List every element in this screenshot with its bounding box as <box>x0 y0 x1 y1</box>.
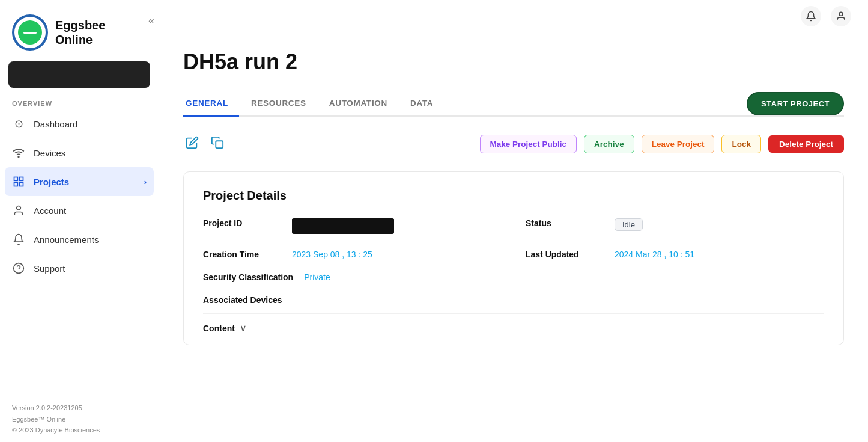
sidebar-item-label-account: Account <box>34 206 66 216</box>
archive-button[interactable]: Archive <box>584 135 634 153</box>
project-details-card: Project Details Project ID Status Idle C… <box>183 171 844 345</box>
creation-time-label: Creation Time <box>203 250 281 259</box>
project-id-redacted <box>292 218 394 234</box>
footer-copyright: © 2023 Dynacyte Biosciences <box>12 425 147 436</box>
sidebar-item-devices[interactable]: Devices <box>0 138 159 167</box>
sidebar-footer: Version 2.0.2-20231205 Eggsbee™ Online ©… <box>0 393 159 442</box>
svg-rect-1 <box>14 177 18 181</box>
security-label: Security Classification <box>203 272 293 282</box>
lock-button[interactable]: Lock <box>721 135 761 153</box>
sidebar-section-label: OVERVIEW <box>0 96 159 109</box>
last-updated-value: 2024 Mar 28 , 10 : 51 <box>615 250 694 259</box>
last-updated-label: Last Updated <box>526 250 604 259</box>
tab-data[interactable]: DATA <box>408 93 444 117</box>
project-id-value <box>292 218 394 236</box>
sidebar-item-label-devices: Devices <box>34 148 65 158</box>
svg-rect-10 <box>216 141 223 148</box>
sidebar-item-projects[interactable]: Projects › <box>5 167 154 196</box>
topbar <box>159 0 868 32</box>
logo-line <box>23 32 37 34</box>
projects-chevron-icon: › <box>144 177 147 186</box>
content-row: Content ∨ <box>203 313 824 334</box>
make-public-button[interactable]: Make Project Public <box>480 135 577 153</box>
project-id-label: Project ID <box>203 218 281 228</box>
svg-rect-3 <box>14 183 18 186</box>
logo-area: EggsbeeOnline <box>0 0 159 61</box>
svg-point-0 <box>18 156 19 158</box>
edit-button[interactable] <box>183 134 201 155</box>
account-icon <box>12 204 25 217</box>
tab-resources[interactable]: RESOURCES <box>249 93 317 117</box>
support-icon <box>12 262 25 275</box>
announcements-icon <box>12 233 25 246</box>
logo-icon <box>12 14 48 51</box>
sidebar-item-dashboard[interactable]: ⊙ Dashboard <box>0 109 159 138</box>
sidebar-item-label-projects: Projects <box>34 177 69 187</box>
tabs-row: GENERAL RESOURCES AUTOMATION DATA START … <box>183 91 844 117</box>
svg-point-9 <box>839 12 843 16</box>
notifications-button[interactable] <box>801 6 821 26</box>
sidebar-search-box <box>8 61 150 88</box>
detail-row-creation-time: Creation Time 2023 Sep 08 , 13 : 25 <box>203 250 502 259</box>
associated-devices-row: Associated Devices <box>203 295 824 305</box>
status-badge: Idle <box>615 218 643 231</box>
projects-icon <box>12 175 25 188</box>
status-label: Status <box>526 218 604 228</box>
copy-button[interactable] <box>208 134 226 155</box>
logo-text: EggsbeeOnline <box>55 18 105 47</box>
associated-devices-label: Associated Devices <box>203 295 282 305</box>
main-inner: DH5a run 2 GENERAL RESOURCES AUTOMATION … <box>159 32 868 369</box>
sidebar-item-label-announcements: Announcements <box>34 235 99 245</box>
sidebar-item-support[interactable]: Support <box>0 254 159 283</box>
sidebar-item-label-support: Support <box>34 263 65 274</box>
sidebar-item-label-dashboard: Dashboard <box>34 119 77 129</box>
start-project-button[interactable]: START PROJECT <box>747 92 844 115</box>
devices-icon <box>12 146 25 159</box>
user-profile-button[interactable] <box>831 6 851 26</box>
sidebar: « EggsbeeOnline OVERVIEW ⊙ Dashboard Dev… <box>0 0 159 442</box>
tab-automation[interactable]: AUTOMATION <box>327 93 398 117</box>
leave-project-button[interactable]: Leave Project <box>642 135 715 153</box>
detail-grid: Project ID Status Idle Creation Time 202… <box>203 218 824 282</box>
footer-version: Version 2.0.2-20231205 <box>12 402 147 414</box>
creation-time-value: 2023 Sep 08 , 13 : 25 <box>292 250 372 259</box>
footer-app: Eggsbee™ Online <box>12 414 147 425</box>
detail-row-last-updated: Last Updated 2024 Mar 28 , 10 : 51 <box>526 250 824 259</box>
detail-row-status: Status Idle <box>526 218 824 236</box>
page-title: DH5a run 2 <box>183 49 844 75</box>
detail-row-project-id: Project ID <box>203 218 502 236</box>
dashboard-icon: ⊙ <box>12 117 25 130</box>
svg-rect-2 <box>20 177 23 181</box>
content-label: Content <box>203 324 235 333</box>
project-details-title: Project Details <box>203 189 824 203</box>
main-content: DH5a run 2 GENERAL RESOURCES AUTOMATION … <box>159 0 868 442</box>
svg-point-5 <box>17 206 21 210</box>
security-value: Private <box>304 272 330 282</box>
detail-row-associated-devices: Associated Devices <box>203 295 824 305</box>
tab-general[interactable]: GENERAL <box>183 93 239 117</box>
detail-row-security: Security Classification Private <box>203 272 502 282</box>
sidebar-item-announcements[interactable]: Announcements <box>0 225 159 254</box>
content-chevron-icon[interactable]: ∨ <box>240 322 247 334</box>
sidebar-item-account[interactable]: Account <box>0 196 159 225</box>
collapse-sidebar-button[interactable]: « <box>144 12 159 29</box>
actions-row: Make Project Public Archive Leave Projec… <box>183 134 844 155</box>
delete-project-button[interactable]: Delete Project <box>768 135 844 153</box>
svg-rect-4 <box>20 183 23 186</box>
logo-inner-circle <box>18 20 42 45</box>
